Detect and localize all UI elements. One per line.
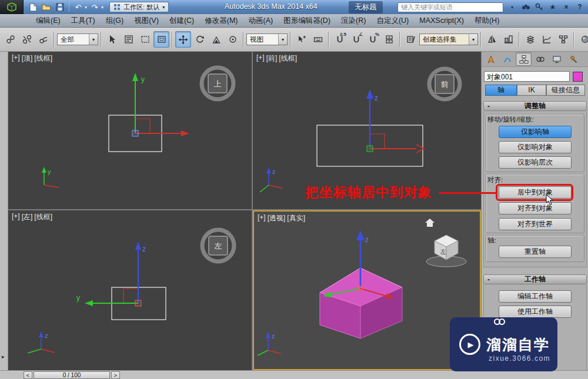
viewport-shading-menu[interactable]: [线框] — [34, 212, 52, 222]
viewcube[interactable]: 左 — [426, 235, 466, 267]
viewcube-compass[interactable]: 上 — [202, 68, 233, 99]
viewport-top[interactable]: [+] [顶] [线框] y y 上 — [8, 52, 252, 209]
select-and-rotate-button[interactable] — [192, 31, 208, 48]
undo-button[interactable]: ↶ — [72, 1, 84, 13]
link-info-tab[interactable]: 链接信息 — [546, 85, 585, 96]
ik-tab[interactable]: IK — [517, 85, 546, 96]
curve-editor-button[interactable] — [539, 31, 554, 48]
save-file-button[interactable] — [54, 1, 66, 13]
search-input[interactable] — [397, 2, 503, 12]
sign-in-key-icon[interactable] — [534, 2, 544, 12]
viewport-perspective[interactable]: [+] [透视] [真实] z z — [253, 210, 481, 370]
time-slider-thumb[interactable]: 0 / 100 — [34, 371, 110, 379]
select-by-name-button[interactable] — [121, 31, 136, 48]
bind-to-space-warp-button[interactable] — [35, 31, 51, 48]
viewport-view-menu[interactable]: [左] — [22, 212, 33, 222]
affect-pivot-only-button[interactable]: 仅影响轴 — [499, 126, 572, 138]
align-to-object-button[interactable]: 对齐到对象 — [499, 202, 572, 214]
working-pivot-rollout-header[interactable]: - 工作轴 — [483, 274, 587, 284]
menu-group[interactable]: 组(G) — [101, 14, 129, 28]
viewport-menu-button[interactable]: [+] — [258, 213, 266, 223]
favorites-star-icon[interactable]: ★ — [548, 2, 557, 12]
reference-coordinate-combo[interactable]: 视图 ▾ — [246, 33, 288, 45]
percent-snap-toggle[interactable]: % — [365, 31, 380, 48]
edit-named-selection-sets-button[interactable] — [403, 31, 419, 48]
snap-toggle-button[interactable]: 2.5 — [332, 31, 348, 48]
viewport-view-menu[interactable]: [透视] — [268, 213, 286, 223]
next-frame-button[interactable]: > — [111, 371, 120, 379]
undo-dropdown-icon[interactable]: ▾ — [85, 5, 87, 10]
align-button[interactable] — [500, 31, 516, 48]
redo-button[interactable]: ↷ — [89, 1, 101, 13]
menu-modifiers[interactable]: 修改器(M) — [199, 14, 243, 28]
edit-working-pivot-button[interactable]: 编辑工作轴 — [499, 290, 572, 303]
open-file-button[interactable] — [41, 1, 52, 13]
select-and-manipulate-button[interactable] — [293, 31, 309, 48]
viewport-menu-button[interactable]: [+] — [12, 212, 20, 222]
select-and-scale-button[interactable] — [208, 31, 224, 48]
align-to-world-button[interactable]: 对齐到世界 — [499, 218, 572, 230]
tab-display[interactable] — [549, 52, 564, 66]
menu-maxscript[interactable]: MAXScript(X) — [414, 15, 469, 26]
viewport-view-menu[interactable]: [顶] — [22, 53, 33, 63]
pivot-tab[interactable]: 轴 — [485, 85, 517, 96]
previous-frame-button[interactable]: < — [24, 371, 32, 379]
object-name-field[interactable]: 对象001 — [484, 71, 570, 82]
reset-pivot-button[interactable]: 重置轴 — [499, 246, 572, 258]
selection-filter-combo[interactable]: 全部 ▾ — [57, 33, 98, 45]
angle-snap-toggle[interactable]: ∠ — [348, 31, 364, 48]
menu-views[interactable]: 视图(V) — [129, 14, 164, 28]
menu-animation[interactable]: 动画(A) — [243, 14, 278, 28]
select-object-button[interactable] — [104, 31, 120, 48]
select-and-move-button[interactable] — [175, 31, 191, 48]
layer-manager-button[interactable] — [522, 31, 538, 48]
use-working-pivot-button[interactable]: 使用工作轴 — [499, 306, 572, 318]
tab-create[interactable] — [483, 52, 499, 66]
menu-graph-editors[interactable]: 图形编辑器(D) — [278, 14, 336, 28]
search-dropdown-icon[interactable]: ▾ — [507, 2, 517, 12]
menu-help[interactable]: 帮助(H) — [469, 14, 505, 28]
search-binoculars-icon[interactable] — [521, 2, 530, 12]
spinner-snap-toggle[interactable] — [381, 31, 397, 48]
use-pivot-center-button[interactable] — [225, 31, 240, 48]
viewport-shading-menu[interactable]: [线框] — [34, 53, 52, 63]
expand-strip-icon[interactable]: ▸ — [2, 354, 5, 360]
close-infocenter-icon[interactable]: × — [562, 2, 571, 12]
workspace-selector[interactable]: 工作区: 默认 ▾ — [109, 2, 169, 12]
affect-hierarchy-only-button[interactable]: 仅影响层次 — [499, 156, 572, 169]
menu-tools[interactable]: 工具(T) — [66, 14, 101, 28]
named-selection-sets-combo[interactable]: 创建选择集 ▾ — [419, 33, 478, 45]
viewcube-home-icon[interactable] — [425, 219, 435, 227]
unlink-selection-button[interactable] — [19, 31, 35, 48]
mirror-button[interactable] — [484, 31, 500, 48]
viewport-shading-menu[interactable]: [真实] — [287, 213, 305, 223]
viewport-menu-button[interactable]: [+] — [12, 53, 20, 63]
tab-motion[interactable] — [532, 52, 548, 66]
object-color-swatch[interactable] — [573, 72, 583, 82]
3dsmax-logo-button[interactable] — [0, 0, 24, 14]
window-crossing-toggle[interactable] — [153, 31, 169, 48]
selection-region-button[interactable] — [137, 31, 153, 48]
viewport-shading-menu[interactable]: [线框] — [279, 53, 297, 63]
help-icon[interactable]: ? — [575, 2, 584, 12]
tab-modify[interactable] — [499, 52, 515, 66]
viewcube-compass[interactable]: 左 — [202, 230, 234, 261]
adjust-pivot-rollout-header[interactable]: - 调整轴 — [483, 101, 587, 111]
viewport-menu-button[interactable]: [+] — [256, 53, 265, 63]
material-editor-button[interactable] — [577, 31, 588, 48]
viewport-view-menu[interactable]: [前] — [266, 53, 278, 63]
menu-customize[interactable]: 自定义(U) — [371, 14, 414, 28]
tab-utilities[interactable] — [565, 52, 581, 66]
viewport-left[interactable]: [+] [左] [线框] z y z 左 — [8, 210, 252, 370]
menu-edit[interactable]: 编辑(E) — [31, 14, 66, 28]
redo-dropdown-icon[interactable]: ▾ — [101, 5, 103, 10]
menu-rendering[interactable]: 渲染(R) — [336, 14, 371, 28]
new-file-button[interactable] — [27, 1, 39, 13]
menu-create[interactable]: 创建(C) — [164, 14, 199, 28]
tab-hierarchy[interactable] — [516, 52, 532, 66]
viewcube-compass[interactable]: 前 — [429, 69, 460, 99]
select-and-link-button[interactable] — [2, 31, 18, 48]
keyboard-override-toggle[interactable] — [310, 31, 326, 48]
schematic-view-button[interactable] — [555, 31, 571, 48]
affect-object-only-button[interactable]: 仅影响对象 — [499, 141, 572, 153]
